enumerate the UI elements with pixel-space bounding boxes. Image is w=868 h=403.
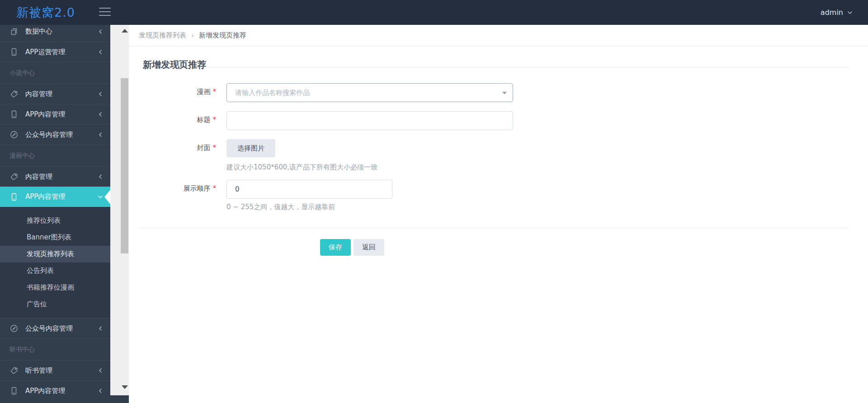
sidebar-item-wechat-content-comic[interactable]: 公众号内容管理	[0, 318, 110, 338]
phone-icon	[9, 386, 19, 395]
cover-hint: 建议大小1050*600,该产品下所有图大小必须一致	[226, 163, 377, 172]
chevron-left-icon	[98, 368, 103, 373]
breadcrumb-link-discover-list[interactable]: 发现页推荐列表	[139, 31, 186, 40]
phone-icon	[9, 192, 19, 202]
divider	[139, 228, 849, 228]
compass-icon	[9, 324, 19, 333]
form-row-title: 标题*	[129, 111, 868, 130]
tag-icon	[9, 172, 19, 181]
title-input[interactable]	[226, 111, 513, 130]
sidebar-item-content-mgmt-comic[interactable]: 内容管理	[0, 166, 110, 187]
sidebar-menu: 数据中心 APP运营管理 小说中心 内容管理 APP内容管理	[0, 21, 110, 401]
order-hint: 0 ~ 255之间，值越大，显示越靠前	[226, 203, 392, 211]
comic-label: 漫画*	[129, 83, 216, 102]
submenu-item-book-recommend-comic[interactable]: 书籍推荐位漫画	[0, 279, 110, 296]
chevron-left-icon	[98, 49, 103, 55]
hamburger-menu-icon[interactable]	[99, 8, 111, 17]
choose-image-button[interactable]: 选择图片	[226, 139, 275, 157]
chevron-left-icon	[98, 326, 103, 331]
phone-icon	[9, 110, 19, 119]
username-label: admin	[821, 8, 843, 17]
required-asterisk: *	[213, 88, 217, 96]
comic-select[interactable]: 请输入作品名称搜索作品	[226, 83, 513, 102]
chevron-left-icon	[98, 132, 103, 137]
form-row-order: 展示顺序* 0 ~ 255之间，值越大，显示越靠前	[129, 180, 868, 211]
top-bar: 新被窝2.0 admin	[0, 0, 868, 25]
title-label: 标题*	[129, 111, 216, 130]
compass-icon	[9, 130, 19, 139]
chevron-left-icon	[98, 91, 103, 97]
pages-icon	[9, 27, 19, 36]
sidebar-item-app-content-audiobook[interactable]: APP内容管理	[0, 380, 110, 401]
form-row-comic: 漫画* 请输入作品名称搜索作品	[129, 83, 868, 102]
required-asterisk: *	[213, 184, 217, 192]
scroll-up-arrow-icon[interactable]	[122, 29, 128, 33]
form-actions: 保存 返回	[320, 239, 868, 274]
main-content: 发现页推荐列表 › 新增发现页推荐 新增发现页推荐 漫画* 请输入作品名称搜索作…	[129, 25, 868, 403]
phone-icon	[9, 47, 19, 56]
sidebar-section-audiobook-center: 听书中心	[0, 338, 110, 360]
display-order-input[interactable]	[226, 180, 392, 199]
user-menu[interactable]: admin	[821, 0, 853, 25]
active-item-notch	[104, 190, 110, 204]
tag-icon	[9, 89, 19, 98]
chevron-left-icon	[98, 29, 103, 34]
order-label: 展示顺序*	[129, 180, 216, 211]
breadcrumb-current: 新增发现页推荐	[199, 31, 246, 40]
tag-icon	[9, 366, 19, 375]
chevron-down-icon	[847, 10, 853, 15]
new-discover-recommend-form: 漫画* 请输入作品名称搜索作品 标题*	[129, 68, 868, 274]
submenu-item-discover-recommend-list[interactable]: 发现页推荐列表	[0, 246, 110, 262]
breadcrumb: 发现页推荐列表 › 新增发现页推荐	[129, 25, 868, 47]
select-dropdown-arrow-icon	[502, 92, 507, 94]
sidebar-item-app-content-comic-active[interactable]: APP内容管理	[0, 187, 110, 207]
chevron-left-icon	[98, 388, 103, 394]
back-button[interactable]: 返回	[354, 239, 384, 256]
submenu-item-announcement-list[interactable]: 公告列表	[0, 262, 110, 279]
required-asterisk: *	[213, 144, 217, 152]
sidebar-scrollbar	[110, 25, 129, 395]
sidebar-section-comic-center: 漫画中心	[0, 145, 110, 166]
sidebar-item-app-operation[interactable]: APP运营管理	[0, 42, 110, 62]
submenu-item-banner-list[interactable]: Banner图列表	[0, 229, 110, 246]
scroll-down-arrow-icon[interactable]	[122, 385, 128, 389]
admin-app: 新被窝2.0 admin 数据中心 APP运营管理 小说中心 内容管理	[0, 0, 868, 403]
breadcrumb-separator: ›	[191, 32, 194, 40]
scrollbar-thumb[interactable]	[121, 78, 128, 253]
sidebar-item-content-mgmt-novel[interactable]: 内容管理	[0, 84, 110, 104]
sidebar-submenu: 推荐位列表 Banner图列表 发现页推荐列表 公告列表 书籍推荐位漫画 广告位	[0, 207, 110, 318]
chevron-down-icon	[98, 194, 103, 200]
save-button[interactable]: 保存	[320, 239, 351, 256]
comic-select-placeholder: 请输入作品名称搜索作品	[227, 84, 513, 102]
sidebar-item-audiobook-mgmt[interactable]: 听书管理	[0, 360, 110, 380]
required-asterisk: *	[213, 116, 217, 124]
page-title: 新增发现页推荐	[129, 47, 868, 67]
submenu-item-ad-slot[interactable]: 广告位	[0, 296, 110, 313]
submenu-item-recommend-slots[interactable]: 推荐位列表	[0, 212, 110, 229]
sidebar: 数据中心 APP运营管理 小说中心 内容管理 APP内容管理	[0, 25, 129, 403]
chevron-left-icon	[98, 112, 103, 117]
chevron-left-icon	[98, 174, 103, 179]
sidebar-item-wechat-content-novel[interactable]: 公众号内容管理	[0, 124, 110, 145]
sidebar-section-novel-center: 小说中心	[0, 62, 110, 84]
app-logo: 新被窝2.0	[16, 0, 75, 25]
form-row-cover: 封面* 选择图片 建议大小1050*600,该产品下所有图大小必须一致	[129, 139, 868, 172]
sidebar-item-app-content-novel[interactable]: APP内容管理	[0, 104, 110, 124]
cover-label: 封面*	[129, 139, 216, 172]
